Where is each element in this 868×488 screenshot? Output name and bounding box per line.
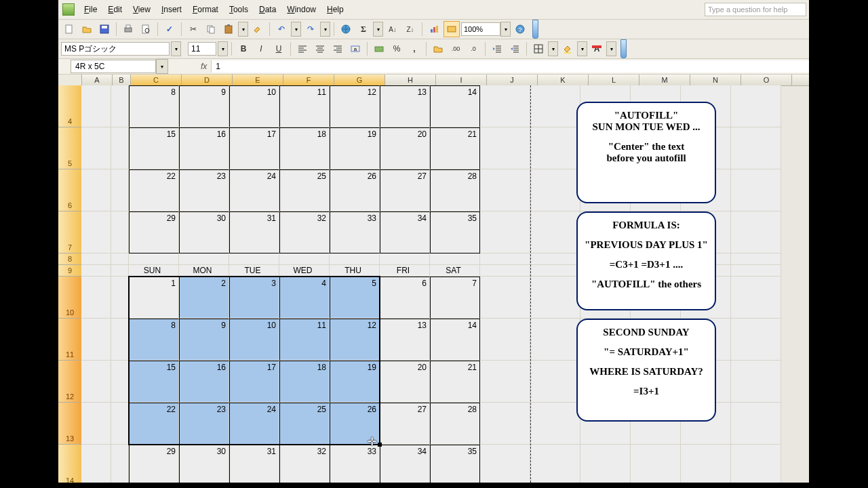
cell-C10[interactable]: 1 bbox=[129, 277, 179, 319]
font-size-dropdown-icon[interactable]: ▾ bbox=[218, 41, 228, 56]
cell-D6[interactable]: 23 bbox=[179, 169, 229, 211]
cell-H12[interactable]: 20 bbox=[380, 361, 430, 403]
cell-K9[interactable] bbox=[530, 265, 580, 277]
print-icon[interactable] bbox=[120, 21, 136, 37]
cell-J14[interactable] bbox=[480, 445, 530, 483]
cell-K13[interactable] bbox=[530, 403, 580, 445]
row-header-12[interactable]: 12 bbox=[58, 361, 81, 403]
cell-O10[interactable] bbox=[731, 277, 781, 319]
cell-K7[interactable] bbox=[530, 211, 580, 253]
cell-J8[interactable] bbox=[480, 253, 530, 265]
cell-A13[interactable] bbox=[81, 403, 111, 445]
spreadsheet-grid[interactable]: ABCDEFGHIJKLMNO 4567891011121314 8910111… bbox=[58, 75, 809, 483]
italic-button[interactable]: I bbox=[253, 41, 269, 57]
cell-I6[interactable]: 28 bbox=[430, 169, 480, 211]
cell-F7[interactable]: 32 bbox=[279, 211, 330, 253]
cell-K10[interactable] bbox=[530, 277, 580, 319]
row-header-7[interactable]: 7 bbox=[58, 211, 81, 253]
cell-G12[interactable]: 19 bbox=[330, 361, 380, 403]
cell-I8[interactable] bbox=[430, 253, 480, 265]
increase-indent-icon[interactable] bbox=[507, 41, 523, 57]
cell-E7[interactable]: 31 bbox=[229, 211, 279, 253]
font-color-icon[interactable]: A bbox=[589, 41, 605, 57]
cell-G11[interactable]: 12 bbox=[330, 319, 380, 361]
cell-A11[interactable] bbox=[81, 319, 111, 361]
col-header-N[interactable]: N bbox=[690, 75, 741, 85]
name-box-dropdown-icon[interactable]: ▾ bbox=[156, 59, 168, 74]
cell-A10[interactable] bbox=[81, 277, 111, 319]
menu-data[interactable]: Data bbox=[254, 2, 281, 17]
cell-G9[interactable]: THU bbox=[330, 265, 380, 277]
paste-dropdown-icon[interactable]: ▾ bbox=[238, 22, 248, 37]
col-header-K[interactable]: K bbox=[538, 75, 589, 85]
cell-O12[interactable] bbox=[731, 361, 781, 403]
cell-F13[interactable]: 25 bbox=[279, 403, 330, 445]
cell-F12[interactable]: 18 bbox=[279, 361, 330, 403]
save-icon[interactable] bbox=[96, 21, 113, 37]
undo-dropdown-icon[interactable]: ▾ bbox=[291, 22, 301, 37]
zoom-dropdown-icon[interactable]: ▾ bbox=[500, 22, 511, 37]
cell-K6[interactable] bbox=[530, 169, 580, 211]
currency-icon[interactable] bbox=[371, 41, 387, 57]
cut-icon[interactable]: ✂ bbox=[185, 21, 201, 37]
cell-A5[interactable] bbox=[81, 127, 111, 169]
cell-O14[interactable] bbox=[731, 445, 781, 483]
help-search-input[interactable]: Type a question for help bbox=[705, 3, 806, 16]
bold-button[interactable]: B bbox=[235, 41, 252, 57]
spellcheck-icon[interactable]: ✓ bbox=[161, 21, 178, 37]
cell-D14[interactable]: 30 bbox=[179, 445, 229, 483]
row-header-11[interactable]: 11 bbox=[58, 319, 81, 361]
cell-K4[interactable] bbox=[530, 85, 580, 127]
col-header-C[interactable]: C bbox=[131, 75, 182, 85]
decrease-indent-icon[interactable] bbox=[489, 41, 505, 57]
cell-C5[interactable]: 15 bbox=[129, 127, 179, 169]
name-box-input[interactable]: 4R x 5C bbox=[71, 60, 156, 73]
cell-G7[interactable]: 33 bbox=[330, 211, 380, 253]
cell-G5[interactable]: 19 bbox=[330, 127, 380, 169]
cell-H9[interactable]: FRI bbox=[380, 265, 430, 277]
autosum-dropdown-icon[interactable]: ▾ bbox=[373, 22, 383, 37]
fx-icon[interactable]: fx bbox=[201, 62, 207, 71]
cell-J4[interactable] bbox=[480, 85, 530, 127]
cell-A8[interactable] bbox=[81, 253, 111, 265]
formula-input[interactable]: 1 bbox=[211, 60, 809, 73]
col-header-E[interactable]: E bbox=[233, 75, 283, 85]
cell-K11[interactable] bbox=[530, 319, 580, 361]
cell-M14[interactable] bbox=[631, 445, 681, 483]
col-header-B[interactable]: B bbox=[113, 75, 131, 85]
menu-format[interactable]: Format bbox=[187, 2, 224, 17]
cell-F5[interactable]: 18 bbox=[279, 127, 330, 169]
cell-A14[interactable] bbox=[81, 445, 111, 483]
sort-asc-icon[interactable]: A↓ bbox=[384, 21, 401, 37]
cell-I5[interactable]: 21 bbox=[430, 127, 480, 169]
cell-E10[interactable]: 3 bbox=[229, 277, 279, 319]
col-header-D[interactable]: D bbox=[182, 75, 233, 85]
comma-icon[interactable]: , bbox=[406, 41, 422, 57]
cell-O5[interactable] bbox=[731, 127, 781, 169]
cell-H4[interactable]: 13 bbox=[380, 85, 430, 127]
cell-J6[interactable] bbox=[480, 169, 530, 211]
cell-B14[interactable] bbox=[111, 445, 129, 483]
cell-B4[interactable] bbox=[111, 85, 129, 127]
menu-help[interactable]: Help bbox=[321, 2, 349, 17]
align-center-icon[interactable] bbox=[312, 41, 328, 57]
menu-file[interactable]: File bbox=[79, 2, 102, 17]
format-painter-icon[interactable] bbox=[250, 21, 266, 37]
row-header-8[interactable]: 8 bbox=[58, 253, 81, 265]
cell-C12[interactable]: 15 bbox=[129, 361, 179, 403]
folder-icon[interactable] bbox=[430, 41, 446, 57]
cell-C13[interactable]: 22 bbox=[129, 403, 179, 445]
cell-A7[interactable] bbox=[81, 211, 111, 253]
cell-F14[interactable]: 32 bbox=[279, 445, 330, 483]
font-name-dropdown-icon[interactable]: ▾ bbox=[171, 41, 181, 56]
cell-J11[interactable] bbox=[480, 319, 530, 361]
menu-insert[interactable]: Insert bbox=[156, 2, 187, 17]
cell-I13[interactable]: 28 bbox=[430, 403, 480, 445]
redo-dropdown-icon[interactable]: ▾ bbox=[320, 22, 330, 37]
cell-B6[interactable] bbox=[111, 169, 129, 211]
cell-B11[interactable] bbox=[111, 319, 129, 361]
cell-I11[interactable]: 14 bbox=[430, 319, 480, 361]
cell-E8[interactable] bbox=[229, 253, 279, 265]
cell-B8[interactable] bbox=[111, 253, 129, 265]
menu-view[interactable]: View bbox=[127, 2, 156, 17]
